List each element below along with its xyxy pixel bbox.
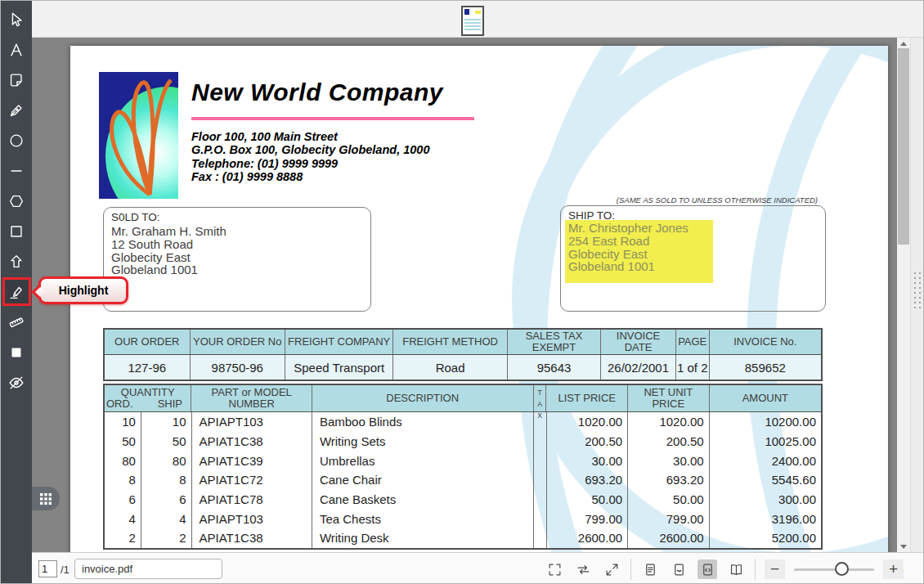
header-invoice-no: INVOICE No. [710, 330, 821, 354]
cell-net-price: 799.00 [628, 509, 710, 528]
company-address: Floor 100, 100 Main Street G.P.O. Box 10… [191, 130, 429, 183]
line-tool-button[interactable] [2, 155, 31, 186]
header-list-price: LIST PRICE [546, 385, 628, 411]
ship-to-note: (SAME AS SOLD TO UNLESS OTHERWISE INDICA… [585, 195, 818, 204]
thumbnail-highlight-block [475, 11, 481, 14]
item-row: 2 2 APIAT1C38 Writing Desk 2600.00 2600.… [105, 528, 821, 548]
fit-width-button[interactable] [573, 559, 593, 579]
scroll-down-button[interactable] [897, 541, 910, 552]
cell-amount: 10025.00 [710, 432, 821, 451]
arrow-tool-button[interactable] [2, 246, 31, 276]
cell-ship: 2 [141, 528, 192, 548]
header-invoice-date: INVOICE DATE [601, 330, 676, 354]
single-page-view-button[interactable] [640, 559, 660, 579]
zoom-slider-knob[interactable] [835, 562, 849, 576]
hide-annotations-button[interactable] [2, 367, 31, 398]
scroll-up-button[interactable] [897, 38, 910, 49]
order-info-table: OUR ORDER YOUR ORDER No FREIGHT COMPANY … [103, 328, 823, 381]
zoom-out-button[interactable]: − [765, 559, 785, 579]
cell-tax [534, 412, 547, 432]
document-scroll-icon [671, 562, 687, 577]
cell-ord: 50 [105, 432, 141, 451]
polygon-tool-button[interactable] [2, 186, 31, 216]
cell-part: APIAPT103 [192, 509, 312, 528]
sold-to-address: Mr. Graham H. Smith 12 South Road Globec… [111, 225, 370, 276]
header-tax: T A X [534, 385, 547, 411]
continuous-view-button[interactable] [669, 559, 689, 579]
active-view-mode-button[interactable] [697, 559, 717, 579]
cell-part: APIAT1C38 [192, 432, 312, 451]
logo-orange-loops [99, 72, 178, 199]
items-table-header-row: QUANTITY ORD. SHIP PART or MODEL NUMBER … [105, 385, 821, 412]
cell-tax [534, 509, 547, 528]
text-tool-button[interactable] [2, 34, 31, 65]
bottom-toolbar: /1 − [32, 552, 924, 584]
header-amount: AMOUNT [710, 385, 821, 411]
note-tool-button[interactable] [2, 65, 31, 95]
cell-list-price: 50.00 [547, 490, 629, 510]
view-controls: − + [545, 553, 904, 584]
fit-page-button[interactable] [602, 559, 621, 579]
two-page-view-button[interactable] [726, 559, 746, 579]
panel-drag-handle[interactable] [914, 272, 921, 309]
line-items-table: QUANTITY ORD. SHIP PART or MODEL NUMBER … [103, 384, 823, 550]
filled-square-icon [7, 344, 25, 362]
pen-icon [7, 101, 25, 119]
value-freight-company: Speed Transport [285, 355, 393, 380]
zoom-slider[interactable] [794, 559, 874, 579]
page-thumbnail[interactable] [461, 6, 484, 36]
invoice-page: New World Company Floor 100, 100 Main St… [70, 46, 888, 552]
zoom-in-button[interactable]: + [883, 559, 904, 579]
header-page: PAGE [676, 330, 710, 354]
pen-tool-button[interactable] [2, 95, 31, 125]
order-table-value-row: 127-96 98750-96 Speed Transport Road 956… [105, 355, 821, 380]
fullscreen-button[interactable] [545, 559, 564, 579]
cell-amount: 5545.60 [710, 470, 821, 490]
document-icon [643, 562, 658, 577]
ruler-tool-button[interactable] [2, 307, 31, 337]
header-sales-tax: SALES TAX EXEMPT [508, 330, 601, 354]
cell-ship: 80 [141, 451, 192, 470]
value-invoice-no: 859652 [710, 355, 821, 380]
ellipse-tool-button[interactable] [2, 125, 31, 155]
text-icon [7, 41, 25, 59]
value-freight-method: Road [393, 355, 507, 380]
page-number-input[interactable] [38, 560, 57, 577]
highlight-tool-button[interactable] [2, 277, 31, 306]
value-invoice-date: 26/02/2001 [601, 355, 676, 380]
cell-list-price: 2600.00 [547, 528, 629, 548]
annotation-toolbar [1, 1, 32, 584]
pdf-editor-window: Highlight New World Company Floor [0, 0, 924, 584]
tooltip-label: Highlight [59, 284, 109, 297]
page-count-label: /1 [61, 564, 70, 576]
cell-desc: Writing Desk [312, 528, 534, 548]
document-canvas: New World Company Floor 100, 100 Main St… [32, 38, 897, 552]
cell-ship: 10 [141, 412, 192, 432]
rectangle-tool-button[interactable] [2, 216, 31, 246]
header-freight-company: FREIGHT COMPANY [285, 330, 393, 354]
filename-input[interactable] [74, 559, 222, 579]
value-your-order: 98750-96 [191, 355, 285, 380]
cell-desc: Cane Baskets [312, 490, 534, 510]
cursor-icon [7, 11, 25, 29]
scrollbar-thumb[interactable] [898, 48, 909, 245]
yellow-highlight-annotation[interactable]: Mr. Christopher Jones 254 East Road Glob… [565, 220, 713, 283]
ord-label: ORD. [105, 398, 140, 410]
company-logo [99, 72, 178, 199]
header-description: DESCRIPTION [312, 385, 534, 411]
cell-desc: Writing Sets [312, 432, 534, 451]
cell-tax [534, 451, 547, 470]
cell-amount: 10200.00 [710, 412, 821, 432]
item-row: 4 4 APIAPT103 Tea Chests 799.00 799.00 3… [105, 509, 821, 528]
cell-ord: 4 [105, 509, 141, 528]
fill-color-tool-button[interactable] [2, 337, 31, 367]
circle-icon [7, 132, 25, 150]
table-panel-button[interactable] [32, 487, 60, 510]
header-net-unit-price: NET UNIT PRICE [628, 385, 710, 411]
ship-to-box: SHIP TO: Mr. Christopher Jones 254 East … [560, 205, 826, 312]
highlighter-icon [7, 283, 25, 301]
cell-ship: 50 [141, 432, 192, 451]
value-page: 1 of 2 [676, 355, 710, 380]
select-tool-button[interactable] [2, 4, 31, 34]
cell-part: APIAT1C72 [192, 470, 312, 490]
